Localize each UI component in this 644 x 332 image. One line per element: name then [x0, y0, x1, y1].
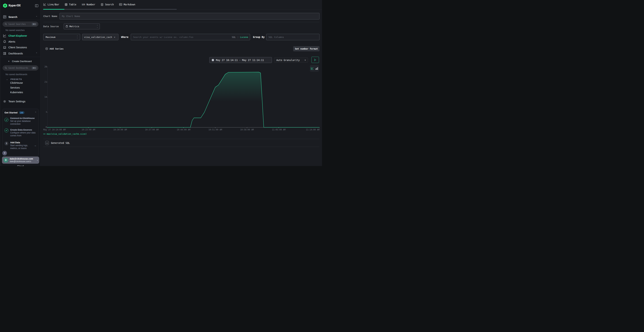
shortcut-badge: ⌘K: [32, 23, 37, 26]
get-started-item-add-data[interactable]: 3 Add Data Start sending logs, metrics, …: [4, 141, 36, 150]
x-tick-label: May 27 10:14:00 AM: [43, 128, 66, 131]
dashboard-grid-icon: [3, 52, 6, 55]
close-icon[interactable]: ✕: [114, 36, 116, 38]
check-circle-icon: [4, 118, 8, 122]
chart-type-tabbar: Line/Bar Table 123 Number: [41, 0, 322, 10]
generated-sql-toggle[interactable]: <> Generated SQL: [45, 141, 70, 145]
create-dashboard-label: Create Dashboard: [12, 60, 32, 62]
sidebar-item-alerts[interactable]: Alerts: [0, 39, 41, 45]
group-by-input[interactable]: SQL Columns: [266, 34, 320, 40]
lucene-mode-toggle[interactable]: Lucene: [240, 36, 248, 38]
x-tick-label: 11:14:00 AM: [306, 128, 320, 131]
x-tick-label: 10:23:00 AM: [82, 128, 95, 131]
event-search-placeholder: Search your events w/ Lucene ex. column:…: [133, 36, 194, 38]
collapse-sidebar-button[interactable]: [35, 4, 39, 8]
get-started-item-datasources[interactable]: Create Data Sources Configure where your…: [4, 128, 36, 137]
tab-label: Number: [86, 3, 95, 6]
x-tick-label: 11:05:00 AM: [272, 128, 286, 131]
help-button[interactable]: ?: [2, 151, 7, 156]
metric-chip[interactable]: visa_validation_cach ✕: [82, 34, 118, 40]
tab-markdown[interactable]: Markdown: [119, 3, 135, 6]
tab-label: Search: [105, 3, 114, 6]
tab-scroll-track[interactable]: [43, 9, 177, 10]
metric-chip-label: visa_validation_cach: [84, 36, 112, 38]
check-circle-icon: [4, 128, 8, 132]
x-tick-label: 10:30:00 AM: [113, 128, 127, 131]
arrow-right-icon: →: [34, 144, 36, 147]
chevron-up-icon[interactable]: ⌃: [35, 112, 36, 114]
sidebar-item-team-settings[interactable]: Team Settings: [0, 99, 41, 104]
get-started-item-title: Connect to ClickHouse: [10, 117, 35, 120]
user-profile-chip[interactable]: D dale@clickhouse.com dale@clickhouse.co…: [2, 156, 39, 164]
search-section-icon: [3, 15, 6, 19]
tab-label: Markdown: [124, 3, 135, 6]
data-source-select[interactable]: Metrics ⌃⌄: [64, 24, 100, 29]
user-org: dale@clickhouse.com's: [10, 160, 33, 163]
sidebar-item-client-sessions[interactable]: Client Sessions: [0, 45, 41, 50]
event-search-input[interactable]: Search your events w/ Lucene ex. column:…: [131, 34, 250, 40]
x-tick-label: 10:51:00 AM: [208, 128, 222, 131]
tab-search[interactable]: Search: [100, 3, 114, 6]
step-number-badge: 3: [4, 142, 8, 146]
no-saved-searches-note: No saved searches: [6, 29, 25, 32]
tab-number[interactable]: 123 Number: [82, 3, 95, 6]
date-range-picker[interactable]: May 27 10:14:11 - May 27 11:14:11: [209, 57, 272, 63]
chevron-up-icon[interactable]: ⌃: [36, 52, 38, 54]
document-list-icon: [100, 3, 104, 6]
get-started-title: Get Started: [4, 111, 18, 114]
sidebar: HyperDX Search ⌃ Saved Searches ⌘K No sa…: [0, 0, 40, 166]
chevron-right-icon: ›: [37, 159, 38, 162]
timeseries-chart: 28211470May 27 10:14:00 AM10:23:00 AM10:…: [43, 64, 320, 132]
preset-services[interactable]: Services: [10, 86, 20, 89]
active-tab-underline: [43, 9, 64, 10]
app-title: HyperDX: [8, 4, 20, 7]
get-started-item-connect[interactable]: Connect to ClickHouse Set up your databa…: [4, 116, 36, 126]
lightning-bolt-icon: [4, 4, 6, 7]
calendar-icon: [212, 59, 214, 61]
data-source-label: Data Source: [43, 25, 59, 28]
presets-toggle[interactable]: ⌄ PRESETS: [6, 78, 22, 81]
chevron-up-icon[interactable]: ⌃: [36, 16, 38, 18]
x-tick-label: 10:37:00 AM: [145, 128, 159, 131]
tab-line-bar[interactable]: Line/Bar: [43, 3, 59, 6]
line-chart-icon: [3, 34, 6, 38]
clipped-menu-text: Cloud: [0, 165, 41, 166]
chart-canvas: [43, 64, 320, 129]
preset-clickhouse[interactable]: ClickHouse: [10, 82, 23, 84]
chart-name-input[interactable]: My Chart Name: [60, 13, 320, 20]
chart-name-label: Chart Name: [43, 15, 57, 18]
set-number-format-button[interactable]: Set number format: [293, 46, 320, 51]
sidebar-item-chart-explorer[interactable]: Chart Explorer: [0, 33, 41, 39]
sidebar-section-search[interactable]: Search: [8, 16, 17, 18]
saved-dashboards-input[interactable]: Saved Dashboards ⌘K: [3, 66, 38, 70]
tab-table[interactable]: Table: [64, 3, 76, 6]
where-label: Where: [121, 36, 128, 38]
granularity-select[interactable]: Auto Granularity ∨: [274, 58, 308, 62]
sidebar-item-label: Dashboards: [8, 52, 23, 55]
sql-mode-toggle[interactable]: SQL: [232, 36, 236, 38]
add-series-button[interactable]: Add Series: [45, 47, 64, 50]
create-dashboard-button[interactable]: + Create Dashboard: [8, 60, 32, 63]
gear-icon: [3, 100, 6, 103]
granularity-value: Auto Granularity: [276, 59, 300, 62]
sidebar-item-label: Alerts: [8, 40, 15, 43]
app-window: HyperDX Search ⌃ Saved Searches ⌘K No sa…: [0, 0, 322, 166]
preset-kubernetes[interactable]: Kubernetes: [10, 91, 23, 94]
database-icon: [66, 25, 68, 28]
main-area: Line/Bar Table 123 Number: [41, 0, 322, 166]
aggregation-select[interactable]: Maximum ⌃⌄: [43, 34, 80, 40]
bell-icon: [3, 40, 6, 44]
markdown-icon: [119, 3, 122, 6]
circle-plus-icon: [45, 47, 48, 50]
sidebar-item-dashboards[interactable]: Dashboards ⌃: [0, 51, 41, 56]
get-started-item-desc: Start sending logs, metrics, or traces: [10, 144, 32, 150]
sidebar-item-label: Client Sessions: [8, 46, 27, 49]
saved-searches-input[interactable]: Saved Searches ⌘K: [3, 22, 38, 27]
group-by-label: Group By: [253, 36, 264, 38]
saved-dashboards-placeholder: Saved Dashboards: [8, 67, 32, 69]
x-tick-label: 10:44:00 AM: [177, 128, 190, 131]
sidebar-item-label: Chart Explorer: [8, 34, 27, 37]
laptop-icon: [3, 46, 6, 49]
get-started-item-title: Add Data: [10, 141, 20, 144]
run-query-button[interactable]: [312, 57, 319, 63]
